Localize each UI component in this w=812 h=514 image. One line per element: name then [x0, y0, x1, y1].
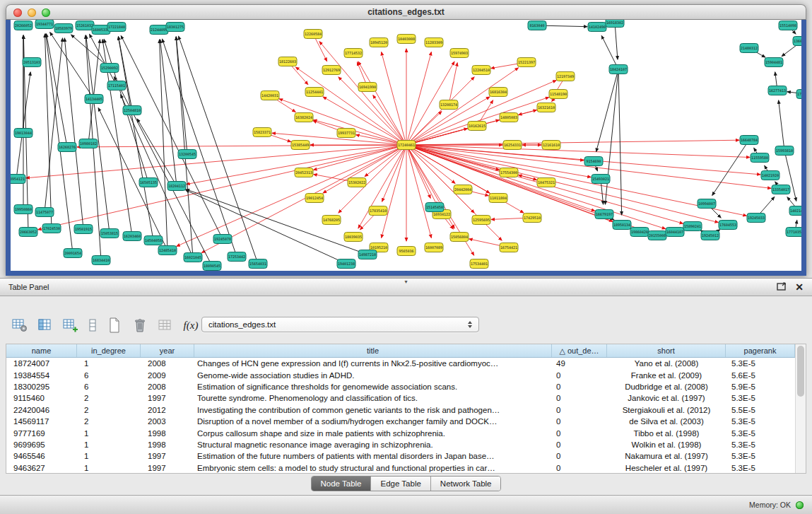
graph-node[interactable]: 14134405 — [85, 95, 103, 104]
graph-node[interactable]: 16203460 — [123, 232, 141, 241]
table-row[interactable]: 946554611997Estimation of the future num… — [6, 450, 806, 462]
graph-node[interactable]: 19860420 — [630, 228, 649, 237]
graph-node[interactable]: 12485410 — [158, 246, 177, 255]
graph-node[interactable]: 17604553 — [719, 221, 737, 230]
table-options-icon[interactable] — [10, 316, 30, 334]
graph-node[interactable]: 11283309 — [425, 38, 443, 47]
table-row[interactable]: 2242004622012Investigating the contribut… — [6, 404, 806, 416]
graph-node[interactable]: 14021920 — [761, 171, 779, 180]
graph-node[interactable]: 12161610 — [542, 141, 560, 150]
graph-node[interactable]: 14805083 — [500, 113, 518, 122]
graph-node[interactable]: 17710354 — [786, 228, 801, 237]
graph-node[interactable]: 17429510 — [523, 214, 541, 223]
graph-node[interactable]: 20155008 — [648, 231, 666, 240]
graph-node[interactable]: 19245078 — [213, 235, 232, 244]
graph-node[interactable]: 10403008 — [397, 35, 416, 44]
graph-node[interactable]: 20452313 — [295, 168, 313, 177]
show-columns-icon[interactable] — [35, 316, 55, 334]
graph-node[interactable]: 19013044 — [14, 129, 33, 138]
graph-node[interactable]: 11254441 — [305, 88, 324, 97]
graph-node[interactable]: 16007089 — [425, 243, 443, 252]
split-collapse-handle[interactable]: ▾ — [404, 279, 407, 285]
graph-node[interactable]: 17253442 — [228, 252, 246, 262]
graph-node[interactable]: 20442004 — [454, 185, 472, 194]
graph-node[interactable]: 11011804 — [489, 194, 507, 203]
graph-node[interactable]: 19401238 — [337, 259, 355, 269]
graph-node[interactable]: 11559580 — [751, 153, 769, 163]
graph-node[interactable]: 9154690 — [584, 157, 603, 166]
graph-node[interactable]: 16321610 — [537, 103, 555, 112]
column-header[interactable]: in_degree — [77, 344, 141, 357]
graph-node[interactable]: 19937731 — [337, 129, 355, 138]
graph-node[interactable]: 18090545 — [203, 262, 221, 271]
table-row[interactable]: 1456911722003Disruption of a novel membe… — [6, 416, 806, 427]
graph-node[interactable]: 15993810 — [775, 146, 794, 156]
graph-node[interactable]: 15290092 — [100, 64, 119, 73]
graph-node[interactable]: 21480312 — [740, 44, 758, 53]
graph-node[interactable]: 18301275 — [166, 23, 184, 32]
graph-node[interactable]: 18583979 — [54, 24, 73, 33]
graph-node[interactable]: 16382024 — [295, 113, 313, 122]
graph-node[interactable]: 15302022 — [348, 178, 366, 187]
scrollbar-thumb[interactable] — [797, 346, 804, 397]
graph-node[interactable]: 16277413 — [768, 86, 787, 95]
graph-node[interactable]: 9565036 — [397, 247, 416, 256]
table-row[interactable]: 911546021997Tourette syndrome. Phenomeno… — [6, 392, 806, 404]
graph-node[interactable]: 16648784 — [740, 136, 758, 145]
graph-node[interactable]: 17221840 — [107, 23, 126, 32]
graph-node[interactable]: 15221397 — [517, 58, 536, 67]
graph-node[interactable]: 16268276 — [58, 143, 76, 152]
graph-node[interactable]: 18122603 — [278, 57, 297, 66]
graph-node[interactable]: 17024530 — [42, 224, 61, 233]
graph-node[interactable]: 19344771 — [35, 20, 54, 29]
table-row[interactable]: 1938455462009Genome-wide association stu… — [6, 369, 806, 380]
graph-node[interactable]: 17714532 — [344, 49, 363, 58]
graph-node[interactable]: 8163040 — [528, 21, 546, 30]
network-window-titlebar[interactable]: citations_edges.txt — [6, 4, 806, 20]
new-column-icon[interactable] — [61, 316, 81, 334]
table-scrollbar[interactable] — [795, 344, 806, 473]
graph-node[interactable]: 20091654 — [64, 249, 82, 258]
graph-node[interactable]: 15493021 — [592, 175, 610, 184]
graph-node[interactable]: 17115401 — [107, 81, 126, 90]
column-header[interactable]: pagerank — [726, 344, 795, 357]
new-table-icon[interactable] — [105, 316, 124, 334]
table-row[interactable]: 969969511998Structural magnetic resonanc… — [6, 439, 806, 450]
graph-node[interactable]: 14102490 — [588, 23, 606, 32]
graph-node[interactable]: 12595695 — [472, 216, 490, 225]
column-header[interactable]: name — [6, 344, 77, 357]
graph-node[interactable]: 13954121 — [11, 175, 25, 184]
graph-node[interactable]: 19950860 — [14, 205, 33, 214]
graph-node[interactable]: 21244095 — [150, 25, 168, 35]
graph-node[interactable]: 16679197 — [595, 210, 613, 219]
graph-node[interactable]: 10475321 — [537, 178, 555, 187]
table-row[interactable]: 1872400712008Changes of HCN gene express… — [6, 358, 806, 369]
graph-node[interactable]: 15654031 — [249, 259, 267, 269]
graph-node[interactable]: 17760340 — [796, 90, 801, 99]
graph-node[interactable]: 18039035 — [344, 233, 363, 242]
graph-node[interactable]: 16021045 — [184, 253, 202, 262]
column-header[interactable]: △ out_de… — [552, 344, 607, 357]
zoom-window-button[interactable] — [42, 8, 50, 17]
graph-node[interactable]: 12912769 — [322, 66, 341, 75]
graph-node[interactable]: 15514098 — [779, 21, 797, 30]
tab-edge-table[interactable]: Edge Table — [371, 477, 430, 491]
graph-node[interactable]: 17835410 — [369, 206, 387, 216]
graph-node[interactable]: 18945120 — [370, 38, 388, 47]
graph-node[interactable]: 20266052 — [14, 21, 33, 30]
graph-node[interactable]: 12504810 — [123, 106, 141, 115]
graph-node[interactable]: 14021405 — [789, 206, 801, 216]
new-row-icon[interactable] — [86, 316, 99, 334]
graph-node[interactable]: 15823371 — [253, 128, 271, 137]
graph-node[interactable]: 18950134 — [613, 221, 631, 230]
table-row[interactable]: 946362711997Embryonic stem cells: a mode… — [6, 462, 806, 474]
graph-node[interactable]: 10980182 — [79, 139, 98, 148]
graph-node[interactable]: 15056804 — [450, 233, 469, 242]
graph-node[interactable]: 12197349 — [556, 72, 575, 81]
graph-node[interactable]: 17534401 — [470, 259, 488, 269]
graph-node[interactable]: 14420031 — [261, 91, 279, 100]
table-row[interactable]: 1830029562008Estimation of significance … — [6, 381, 806, 392]
graph-node[interactable]: 17240461 — [397, 141, 416, 150]
column-header[interactable]: year — [141, 344, 194, 357]
graph-node[interactable]: 15904481 — [765, 58, 783, 67]
